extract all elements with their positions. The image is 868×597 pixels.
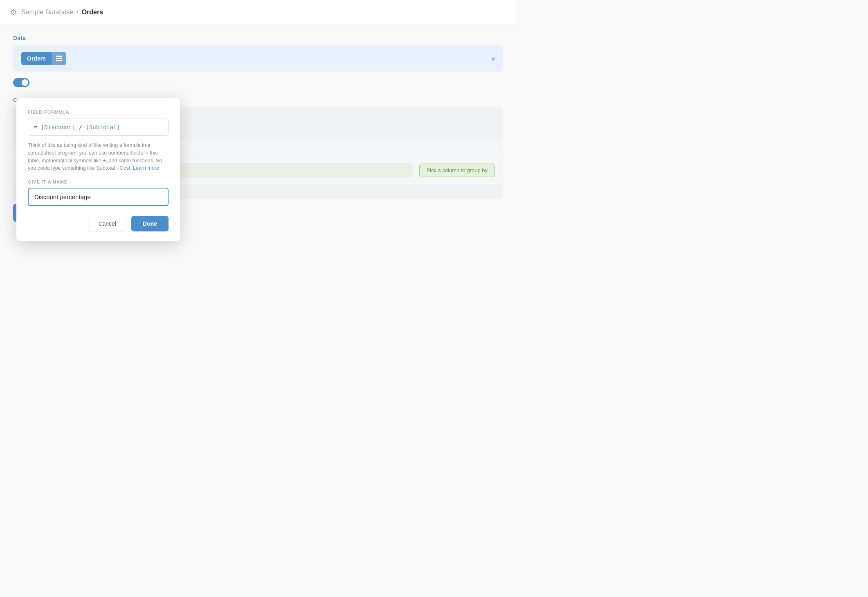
svg-rect-2 xyxy=(60,56,62,57)
database-icon: ⚙ xyxy=(10,7,17,17)
data-toggle[interactable] xyxy=(13,78,29,87)
cancel-button[interactable]: Cancel xyxy=(88,216,126,231)
svg-rect-1 xyxy=(58,56,60,57)
breadcrumb-separator: / xyxy=(76,9,78,16)
formula-field1: [Discount] xyxy=(41,124,75,130)
orders-chip-grid-icon xyxy=(52,52,66,65)
formula-box[interactable]: = [Discount] / [Subtotal] xyxy=(28,119,169,136)
svg-rect-4 xyxy=(58,58,60,59)
expand-arrow-icon[interactable]: ▶ xyxy=(492,55,496,62)
svg-rect-8 xyxy=(60,60,62,61)
modal-buttons: Cancel Done xyxy=(28,216,169,231)
formula-div: / xyxy=(79,124,82,130)
formula-hint: Think of this as being kind of like writ… xyxy=(28,141,169,172)
svg-rect-6 xyxy=(56,60,58,61)
done-button[interactable]: Done xyxy=(131,216,169,231)
field-formula-label: FIELD FORMULA xyxy=(28,110,169,114)
svg-rect-5 xyxy=(60,58,62,59)
orders-chip[interactable]: Orders xyxy=(21,52,66,65)
formula-equals: = xyxy=(34,124,37,130)
svg-rect-0 xyxy=(56,56,58,57)
give-name-label: GIVE IT A NAME xyxy=(28,180,169,184)
orders-chip-label: Orders xyxy=(21,52,52,65)
data-section: Orders ▶ xyxy=(13,45,503,72)
svg-rect-3 xyxy=(56,58,58,59)
header: ⚙ Sample Database / Orders xyxy=(0,0,516,25)
pick-column-button[interactable]: Pick a column to group by xyxy=(419,164,495,177)
data-section-label: Data xyxy=(13,35,503,41)
database-name: Sample Database xyxy=(21,9,73,16)
svg-rect-7 xyxy=(58,60,60,61)
table-name: Orders xyxy=(82,9,103,16)
toggle-row xyxy=(13,78,503,89)
custom-column-modal: FIELD FORMULA = [Discount] / [Subtotal] … xyxy=(16,98,180,241)
learn-more-link[interactable]: Learn more xyxy=(133,165,159,171)
custom-column-name-input[interactable] xyxy=(28,188,169,206)
formula-field2: [Subtotal] xyxy=(85,124,120,130)
